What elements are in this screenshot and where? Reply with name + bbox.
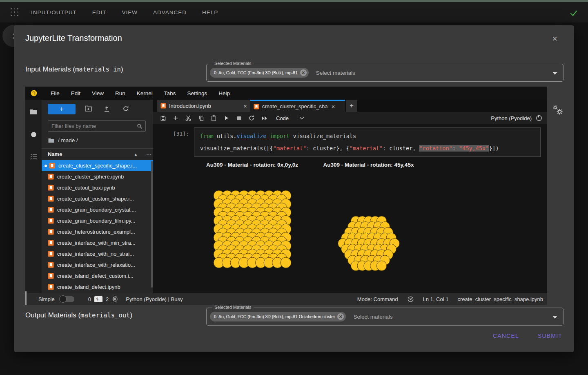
restart-kernel-icon[interactable] [247, 113, 256, 123]
file-name: create_grain_boundary_crystal.... [57, 207, 136, 213]
notebook-file-icon [48, 284, 54, 290]
new-launcher-button[interactable]: + [48, 104, 76, 114]
jupyter-menu-settings[interactable]: Settings [181, 90, 213, 96]
file-row[interactable]: create_grain_boundary_crystal.... [42, 204, 153, 215]
top-menu-view[interactable]: VIEW [122, 9, 138, 16]
close-icon[interactable]: × [552, 34, 557, 43]
file-row[interactable]: create_cutout_box.ipynb [42, 182, 153, 193]
tab-introduction[interactable]: Introduction.ipynb × [157, 100, 250, 112]
copy-cell-icon[interactable] [196, 113, 206, 123]
file-row[interactable]: create_grain_boundary_film.ipy... [42, 215, 153, 226]
notebook-file-icon [48, 218, 54, 224]
file-list: create_cluster_specific_shape.i...create… [42, 160, 153, 292]
file-row[interactable]: create_island_defect_custom.i... [42, 270, 153, 281]
submit-button[interactable]: SUBMIT [538, 333, 562, 339]
new-folder-icon[interactable] [85, 105, 92, 112]
kernel-busy-icon [536, 115, 542, 121]
notebook-file-icon [48, 207, 54, 213]
column-options-icon[interactable]: … [146, 150, 151, 156]
jupyter-menu-help[interactable]: Help [213, 90, 236, 96]
breadcrumb-path: / made / [58, 137, 78, 143]
tab-create-cluster-specific-shape[interactable]: create_cluster_specific_sha × [250, 100, 345, 112]
input-materials-select[interactable]: Selected Materials 0: Au, Gold, FCC (Fm-… [206, 64, 564, 82]
run-all-icon[interactable] [259, 113, 269, 123]
transformation-settings-icon[interactable] [552, 105, 567, 119]
app-top-bar: INPUT/OUTPUTEDITVIEWADVANCEDHELP [0, 0, 588, 22]
file-browser-toolbar: + [42, 100, 153, 118]
refresh-icon[interactable] [122, 105, 129, 112]
top-menu-help[interactable]: HELP [202, 9, 218, 16]
upload-icon[interactable] [104, 105, 110, 112]
run-cell-icon[interactable] [221, 113, 231, 123]
file-row[interactable]: create_cluster_specific_shape.i... [42, 160, 153, 171]
jupyter-menubar: FileEditViewRunKernelTabsSettingsHelp [25, 87, 547, 100]
jupyter-menu-file[interactable]: File [45, 90, 65, 96]
top-menu-advanced[interactable]: ADVANCED [153, 9, 187, 16]
breadcrumb[interactable]: / made / [48, 137, 153, 143]
jupyter-menu-kernel[interactable]: Kernel [131, 90, 158, 96]
jupyter-menu-run[interactable]: Run [109, 90, 131, 96]
kernel-count: 2 [106, 296, 109, 302]
notebook-file-icon [48, 185, 54, 191]
tab-close-icon[interactable]: × [331, 103, 335, 110]
output-material-chip[interactable]: 0: Au, Gold, FCC (Fm-3m) 3D (Bulk), mp-8… [210, 312, 346, 321]
file-row[interactable]: create_interface_with_min_stra... [42, 237, 153, 248]
file-row[interactable]: create_heterostructure_exampl... [42, 226, 153, 237]
file-row[interactable]: create_cutout_custom_shape.i... [42, 193, 153, 204]
file-filter-input[interactable] [48, 121, 145, 131]
cursor-position: Ln 1, Col 1 [423, 296, 449, 302]
save-icon[interactable] [158, 113, 168, 123]
code-editor[interactable]: from utils.visualize import visualize_ma… [194, 127, 541, 157]
file-row[interactable]: create_cluster_sphere.ipynb [42, 171, 153, 182]
file-row[interactable]: create_interface_with_no_strai... [42, 248, 153, 259]
input-select-placeholder: Select materials [316, 70, 355, 76]
file-name: create_cutout_box.ipynb [57, 185, 115, 191]
file-row[interactable]: create_island_defect.ipynb [42, 281, 153, 292]
kernel-select[interactable]: Python (Pyodide) [491, 115, 542, 121]
chip-remove-icon[interactable]: ✕ [337, 313, 344, 320]
input-materials-label: Input Materials (materials_in) [25, 65, 123, 74]
material-view-left: Au309 - Material - rotation: 0x,0y,0z [194, 162, 310, 273]
sort-ascending-icon[interactable]: ▲ [134, 152, 138, 156]
jupyter-menu-view[interactable]: View [86, 90, 109, 96]
input-select-legend: Selected Materials [212, 61, 254, 66]
chevron-down-icon[interactable] [552, 316, 557, 319]
cut-cell-icon[interactable] [183, 113, 193, 123]
stop-kernel-icon[interactable] [234, 113, 244, 123]
top-menu-input-output[interactable]: INPUT/OUTPUT [31, 9, 77, 16]
jupyter-menu-tabs[interactable]: Tabs [158, 90, 182, 96]
notebook-file-icon [48, 273, 54, 279]
cell-output: Au309 - Material - rotation: 0x,0y,0z Au… [194, 162, 547, 273]
top-menu-edit[interactable]: EDIT [92, 9, 107, 16]
running-kernels-tab-icon[interactable] [31, 132, 37, 138]
input-material-chip[interactable]: 0: Au, Gold, FCC (Fm-3m) 3D (Bulk), mp-8… [210, 68, 309, 78]
cell-type-select[interactable]: Code [276, 115, 304, 121]
new-tab-icon[interactable]: + [346, 100, 357, 112]
cancel-button[interactable]: CANCEL [493, 333, 519, 339]
tab-close-icon[interactable]: × [243, 103, 247, 109]
app-menu: INPUT/OUTPUTEDITVIEWADVANCEDHELP [31, 9, 218, 16]
jupyter-menu-edit[interactable]: Edit [65, 90, 86, 96]
add-cell-icon[interactable] [171, 113, 180, 123]
notebook-file-icon [48, 240, 54, 246]
file-list-header[interactable]: Name ▲ … [42, 148, 153, 160]
material-view-right: Au309 - Material - rotation: 45y,45x [310, 162, 427, 273]
chip-remove-icon[interactable]: ✕ [300, 69, 307, 76]
au309-cluster-image [213, 190, 292, 268]
table-of-contents-tab-icon[interactable] [30, 154, 37, 160]
file-row[interactable]: create_interface_with_relaxatio... [42, 259, 153, 270]
dialog-scrollbar-thumb[interactable] [25, 291, 27, 305]
paste-cell-icon[interactable] [209, 113, 218, 123]
chevron-down-icon[interactable] [552, 72, 557, 75]
app-grid-icon[interactable] [11, 8, 19, 16]
code-cell: [31]: from utils.visualize import visual… [153, 127, 547, 157]
trust-indicator-icon [407, 296, 414, 303]
dialog-title: JupyterLite Transformation [25, 33, 122, 43]
file-list-scrollbar[interactable] [151, 161, 153, 288]
output-materials-select[interactable]: Selected Materials 0: Au, Gold, FCC (Fm-… [206, 308, 564, 326]
simple-mode-toggle[interactable] [60, 296, 74, 302]
mode-indicator: Mode: Command [357, 296, 398, 302]
output-select-legend: Selected Materials [212, 305, 254, 310]
notebook-file-icon [49, 163, 55, 169]
file-browser-tab-icon[interactable] [30, 109, 37, 115]
